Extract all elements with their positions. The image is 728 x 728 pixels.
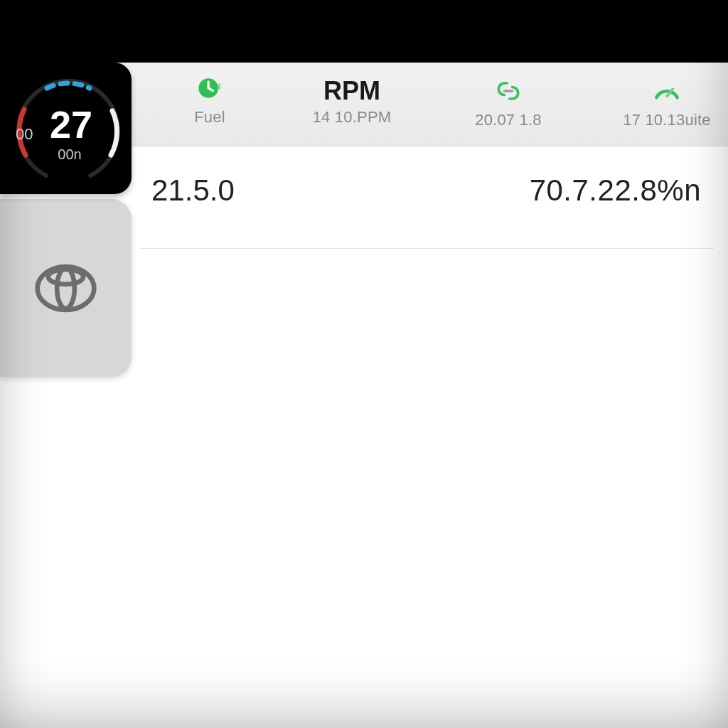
metric-rpm-label: RPM — [291, 78, 412, 104]
metric-gauge-sub: 17 10.13uite — [610, 111, 724, 129]
metric-fuel[interactable]: Fuel — [160, 63, 259, 146]
svg-rect-1 — [218, 84, 220, 90]
brand-tile[interactable] — [0, 199, 132, 377]
speed-gauge-tile[interactable]: 27 00 00n — [0, 63, 132, 194]
gauge-icon — [651, 75, 682, 107]
speedometer-icon: 27 00 00n — [6, 68, 127, 189]
metric-rpm[interactable]: RPM 14 10.PPM — [291, 63, 412, 146]
svg-point-5 — [38, 267, 95, 310]
metric-link-sub: 20.07 1.8 — [455, 111, 562, 129]
gauge-side-value: 00 — [16, 125, 33, 143]
value-row: 21.5.0 70.7.22.8%n — [139, 164, 714, 249]
svg-point-7 — [48, 269, 83, 284]
gauge-main-value: 27 — [49, 103, 92, 146]
metric-link[interactable]: 20.07 1.8 — [455, 63, 562, 146]
value-right: 70.7.22.8%n — [530, 173, 701, 208]
fuel-icon — [194, 73, 225, 104]
metric-rpm-sub: 14 10.PPM — [291, 108, 412, 127]
toyota-logo-icon — [32, 255, 100, 322]
status-bar — [0, 0, 728, 63]
metric-gauge[interactable]: 17 10.13uite — [610, 63, 724, 146]
metric-fuel-label: Fuel — [160, 108, 259, 127]
value-left: 21.5.0 — [151, 173, 235, 208]
svg-point-6 — [57, 268, 75, 309]
link-icon — [493, 75, 524, 107]
gauge-sub-value: 00n — [58, 146, 81, 162]
